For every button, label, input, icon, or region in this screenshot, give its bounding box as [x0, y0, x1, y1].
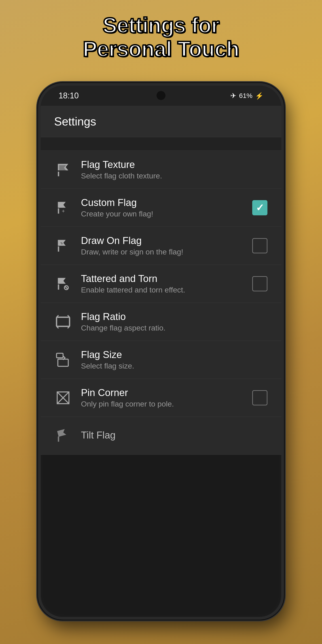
custom-flag-text: Custom Flag Create your own flag!: [81, 197, 243, 218]
checkbox-checked-indicator: [252, 200, 268, 215]
settings-item-flag-texture[interactable]: Flag Texture Select flag cloth texture.: [41, 151, 281, 189]
tilt-flag-icon: [54, 427, 72, 445]
pin-corner-title: Pin Corner: [81, 387, 243, 398]
battery-icon: ⚡: [255, 92, 264, 100]
pin-corner-checkbox-indicator: [252, 390, 268, 406]
battery-level: 61%: [239, 92, 252, 100]
status-bar: 18:10 ✈ 61% ⚡: [41, 86, 281, 106]
camera-notch: [156, 91, 166, 100]
draw-flag-subtitle: Draw, write or sign on the flag!: [81, 248, 243, 256]
flag-texture-text: Flag Texture Select flag cloth texture.: [81, 159, 268, 180]
pin-icon: [54, 389, 72, 407]
phone-frame: 18:10 ✈ 61% ⚡ Settings: [38, 83, 284, 620]
draw-flag-text: Draw On Flag Draw, write or sign on the …: [81, 235, 243, 256]
flag-size-text: Flag Size Select flag size.: [81, 349, 268, 370]
status-icons: ✈ 61% ⚡: [230, 92, 264, 100]
status-time: 18:10: [58, 91, 79, 100]
title-line1: Settings for: [103, 13, 219, 37]
tattered-icon: [54, 275, 72, 293]
settings-list: Flag Texture Select flag cloth texture. …: [41, 151, 281, 455]
settings-item-flag-size[interactable]: Flag Size Select flag size.: [41, 341, 281, 379]
flag-ratio-text: Flag Ratio Change flag aspect ratio.: [81, 311, 268, 332]
svg-rect-5: [58, 359, 68, 366]
pin-corner-checkbox[interactable]: [252, 390, 268, 406]
settings-item-tilt-flag[interactable]: Tilt Flag: [41, 417, 281, 455]
settings-item-tattered[interactable]: Tattered and Torn Enable tattered and to…: [41, 265, 281, 303]
tattered-subtitle: Enable tattered and torn effect.: [81, 286, 243, 294]
tattered-text: Tattered and Torn Enable tattered and to…: [81, 273, 243, 294]
draw-flag-title: Draw On Flag: [81, 235, 243, 246]
flag-texture-subtitle: Select flag cloth texture.: [81, 172, 268, 180]
draw-flag-checkbox[interactable]: [252, 238, 268, 254]
svg-rect-3: [56, 317, 70, 326]
flag-size-subtitle: Select flag size.: [81, 362, 268, 370]
title-line2: Personal Touch: [83, 37, 239, 61]
settings-item-pin-corner[interactable]: Pin Corner Only pin flag corner to pole.: [41, 379, 281, 417]
settings-item-draw-flag[interactable]: Draw On Flag Draw, write or sign on the …: [41, 227, 281, 265]
custom-flag-title: Custom Flag: [81, 197, 243, 208]
custom-flag-icon: +: [54, 199, 72, 217]
flag-ratio-subtitle: Change flag aspect ratio.: [81, 324, 268, 332]
custom-flag-subtitle: Create your own flag!: [81, 210, 243, 218]
custom-flag-checkbox[interactable]: [252, 200, 268, 216]
tilt-flag-text: Tilt Flag: [81, 430, 268, 442]
pin-corner-subtitle: Only pin flag corner to pole.: [81, 400, 243, 408]
tilt-flag-title: Tilt Flag: [81, 430, 268, 441]
svg-text:+: +: [62, 208, 65, 214]
flag-ratio-title: Flag Ratio: [81, 311, 268, 322]
app-header: Settings: [41, 106, 281, 137]
draw-flag-icon: [54, 237, 72, 255]
flag-texture-icon: [54, 161, 72, 179]
svg-line-2: [65, 287, 67, 289]
settings-item-flag-ratio[interactable]: Flag Ratio Change flag aspect ratio.: [41, 303, 281, 341]
ratio-icon: [54, 313, 72, 331]
svg-rect-4: [56, 353, 63, 358]
tattered-checkbox[interactable]: [252, 276, 268, 292]
tattered-title: Tattered and Torn: [81, 273, 243, 284]
checkbox-unchecked-indicator: [252, 238, 268, 253]
size-icon: [54, 351, 72, 369]
airplane-icon: ✈: [230, 92, 236, 100]
pin-corner-text: Pin Corner Only pin flag corner to pole.: [81, 387, 243, 408]
tattered-checkbox-indicator: [252, 276, 268, 291]
flag-size-title: Flag Size: [81, 349, 268, 360]
header-divider: [41, 137, 281, 151]
settings-title: Settings: [54, 115, 268, 128]
settings-item-custom-flag[interactable]: + Custom Flag Create your own flag!: [41, 189, 281, 227]
flag-texture-title: Flag Texture: [81, 159, 268, 170]
page-title: Settings for Personal Touch: [65, 14, 257, 60]
